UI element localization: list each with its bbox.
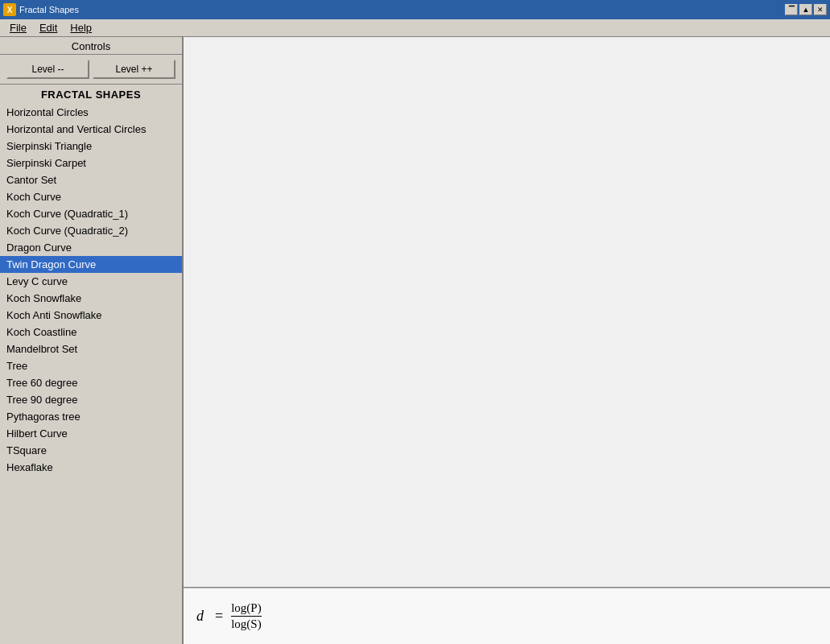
level-decrease-button[interactable]: Level -- <box>6 60 89 79</box>
menu-file[interactable]: File <box>3 20 33 35</box>
shape-item[interactable]: Tree 60 degree <box>0 374 182 391</box>
window-controls: ▔ ▲ ✕ <box>785 4 827 15</box>
menu-bar: File Edit Help <box>0 19 830 37</box>
menu-edit[interactable]: Edit <box>33 20 64 35</box>
shape-item[interactable]: Cantor Set <box>0 171 182 188</box>
shape-item[interactable]: Sierpinski Carpet <box>0 155 182 171</box>
shape-item[interactable]: Hexaflake <box>0 459 182 476</box>
title-bar: X Fractal Shapes ▔ ▲ ✕ <box>0 0 830 19</box>
shape-item[interactable]: Koch Anti Snowflake <box>0 307 182 324</box>
level-buttons-container: Level -- Level ++ <box>0 55 182 85</box>
shape-item[interactable]: Tree <box>0 357 182 374</box>
main-layout: Controls Level -- Level ++ FRACTAL SHAPE… <box>0 37 830 644</box>
app-icon: X <box>3 3 16 16</box>
sidebar: Controls Level -- Level ++ FRACTAL SHAPE… <box>0 37 184 644</box>
shape-item[interactable]: Tree 90 degree <box>0 391 182 408</box>
shape-item[interactable]: Koch Coastline <box>0 324 182 341</box>
minimize-button[interactable]: ▔ <box>785 4 798 15</box>
close-button[interactable]: ✕ <box>814 4 827 15</box>
formula-numerator: log(P) <box>231 601 262 617</box>
formula-d: d <box>196 608 204 625</box>
shape-item[interactable]: Horizontal Circles <box>0 104 182 121</box>
fractal-formula: d = log(P) log(S) <box>196 601 262 631</box>
content-area: d = log(P) log(S) <box>184 37 830 644</box>
shape-item[interactable]: Pythagoras tree <box>0 408 182 425</box>
window-title: Fractal Shapes <box>19 5 782 14</box>
shape-item[interactable]: Dragon Curve <box>0 239 182 256</box>
menu-help-label: Help <box>70 22 92 34</box>
shape-item[interactable]: Hilbert Curve <box>0 425 182 442</box>
canvas-area <box>184 37 830 588</box>
maximize-button[interactable]: ▲ <box>799 4 812 15</box>
controls-label: Controls <box>0 37 182 55</box>
shape-item[interactable]: Koch Curve <box>0 188 182 205</box>
shape-item[interactable]: Horizontal and Vertical Circles <box>0 121 182 138</box>
fractal-shapes-header: FRACTAL SHAPES <box>0 85 182 104</box>
shape-item[interactable]: Twin Dragon Curve <box>0 256 182 273</box>
formula-fraction: log(P) log(S) <box>231 601 262 631</box>
shape-item[interactable]: Koch Curve (Quadratic_2) <box>0 222 182 239</box>
formula-bar: d = log(P) log(S) <box>184 588 830 644</box>
shape-item[interactable]: Levy C curve <box>0 273 182 290</box>
shape-item[interactable]: TSquare <box>0 442 182 459</box>
formula-equals: = <box>215 608 223 625</box>
shape-item[interactable]: Koch Snowflake <box>0 290 182 307</box>
shape-list: Horizontal CirclesHorizontal and Vertica… <box>0 104 182 644</box>
menu-help[interactable]: Help <box>64 20 98 35</box>
shape-item[interactable]: Koch Curve (Quadratic_1) <box>0 205 182 222</box>
shape-item[interactable]: Sierpinski Triangle <box>0 138 182 155</box>
level-increase-button[interactable]: Level ++ <box>93 60 175 79</box>
shape-item[interactable]: Mandelbrot Set <box>0 341 182 357</box>
app-icon-label: X <box>7 6 13 14</box>
menu-edit-label: Edit <box>39 22 57 34</box>
menu-file-label: File <box>10 22 27 34</box>
formula-denominator: log(S) <box>231 617 262 631</box>
